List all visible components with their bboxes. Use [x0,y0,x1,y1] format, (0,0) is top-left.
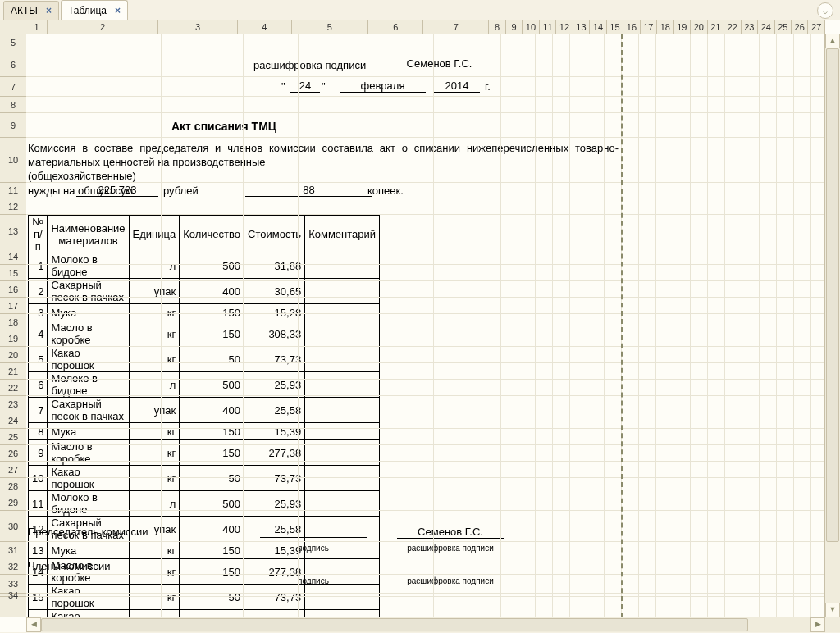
scroll-left-button[interactable]: ◀ [26,617,41,632]
table-row[interactable]: 10Какао порошоккг5073,73 [29,466,380,491]
row-header[interactable]: 13 [0,215,26,248]
column-header[interactable]: 2 [48,20,158,34]
signature-small-label: подпись [260,544,367,553]
row-header[interactable]: 15 [0,265,26,281]
table-row[interactable]: 3Мукакг15015,28 [29,304,380,321]
cell-qty: 400 [180,279,244,304]
table-row[interactable]: 15Какао порошоккг5073,73 [29,585,380,610]
cell-unit: кг [129,585,180,610]
table-row[interactable]: 5Какао порошоккг5073,73 [29,347,380,372]
column-header[interactable]: 15 [607,20,623,34]
table-row[interactable]: 7Сахарный песок в пачкахупак40025,58 [29,398,380,423]
cell-name: Мука [48,542,129,559]
row-header[interactable]: 22 [0,380,26,396]
close-icon[interactable]: × [46,5,52,16]
column-header[interactable]: 25 [775,20,792,34]
cell-qty: 150 [180,542,244,559]
cell-cost: 30,65 [244,279,305,304]
row-header[interactable]: 26 [0,445,26,462]
table-row[interactable]: 4Масло в коробкекг150308,33 [29,321,380,347]
column-header[interactable]: 9 [506,20,523,34]
column-header[interactable]: 3 [158,20,238,34]
column-header[interactable]: 20 [691,20,707,34]
row-header[interactable]: 20 [0,347,26,363]
table-row[interactable]: 8Мукакг15015,39 [29,423,380,440]
row-header[interactable]: 8 [0,97,26,113]
cell-name: Сахарный песок в пачках [48,398,129,423]
row-header[interactable]: 24 [0,412,26,429]
row-header[interactable]: 25 [0,429,26,445]
row-header[interactable]: 29 [0,494,26,511]
column-header[interactable]: 8 [489,20,505,34]
column-header[interactable]: 13 [573,20,590,34]
column-header[interactable]: 14 [590,20,606,34]
chairman-name: Семенов Г.С. [397,526,504,539]
chairman-label: Председатель комиссии [28,526,148,538]
close-icon[interactable]: × [115,5,121,16]
cell-qty: 50 [180,466,244,491]
row-header[interactable]: 32 [0,558,26,575]
column-header[interactable]: 6 [368,20,423,34]
row-header[interactable]: 10 [0,138,26,183]
column-header[interactable]: 22 [724,20,741,34]
column-header[interactable]: 24 [758,20,774,34]
row-header[interactable]: 21 [0,363,26,380]
row-header[interactable]: 30 [0,511,26,542]
tab-acts[interactable]: АКТЫ × [3,1,59,20]
row-header[interactable]: 28 [0,478,26,494]
row-header[interactable]: 19 [0,330,26,347]
row-header[interactable]: 34 [0,594,26,597]
row-header[interactable]: 11 [0,183,26,198]
column-header[interactable]: 16 [623,20,640,34]
row-header[interactable]: 7 [0,77,26,97]
column-header[interactable]: 23 [742,20,758,34]
date-year: 2014 [434,80,480,93]
signer-name: Семенов Г.С. [379,57,500,71]
scroll-up-button[interactable]: ▲ [825,34,840,48]
column-header[interactable]: 7 [423,20,489,34]
column-header[interactable]: 4 [238,20,291,34]
row-header[interactable]: 12 [0,198,26,215]
column-header[interactable]: 26 [792,20,808,34]
row-header[interactable]: 23 [0,396,26,412]
row-header[interactable]: 5 [0,34,26,52]
column-header[interactable]: 11 [540,20,556,34]
scroll-right-button[interactable]: ▶ [810,617,825,632]
scroll-thumb[interactable] [826,48,839,542]
row-header[interactable]: 9 [0,113,26,138]
scroll-down-button[interactable]: ▼ [825,603,840,617]
column-header[interactable]: 27 [808,20,824,34]
table-row[interactable]: 1Молоко в бидонел50031,88 [29,253,380,279]
vertical-scrollbar[interactable]: ▲ ▼ [824,34,840,617]
row-header[interactable]: 16 [0,281,26,298]
horizontal-scrollbar[interactable]: ◀ ▶ [26,617,825,632]
menu-dropdown-icon[interactable]: ⌵ [817,2,833,19]
table-row[interactable]: 11Молоко в бидонел50025,93 [29,491,380,517]
column-header[interactable]: 18 [657,20,673,34]
row-header[interactable]: 18 [0,314,26,330]
column-header[interactable]: 21 [708,20,724,34]
column-header[interactable]: 5 [292,20,369,34]
grid-canvas[interactable]: расшифровка подписиСеменов Г.С." 24 "фев… [26,34,825,617]
cell-comment [305,304,380,321]
column-header[interactable]: 12 [556,20,573,34]
row-header[interactable]: 14 [0,248,26,265]
tab-table[interactable]: Таблица × [61,0,128,20]
row-header[interactable]: 27 [0,462,26,478]
column-header[interactable]: 19 [674,20,691,34]
signature-decode-small: расшифровка подписи [397,576,504,585]
column-header[interactable]: 10 [523,20,539,34]
cell-comment [305,423,380,440]
scroll-thumb[interactable] [41,618,748,631]
column-header[interactable]: 17 [641,20,657,34]
select-all-corner[interactable] [0,20,27,34]
cell-comment [305,253,380,279]
cell-number: 6 [29,372,48,398]
row-header[interactable]: 6 [0,52,26,77]
row-header[interactable]: 31 [0,542,26,558]
column-header[interactable]: 1 [26,20,48,34]
row-header[interactable]: 17 [0,298,26,314]
table-row[interactable]: 6Молоко в бидонел50025,93 [29,372,380,398]
year-suffix: г. [485,80,491,93]
table-row[interactable]: 2Сахарный песок в пачкахупак40030,65 [29,279,380,304]
